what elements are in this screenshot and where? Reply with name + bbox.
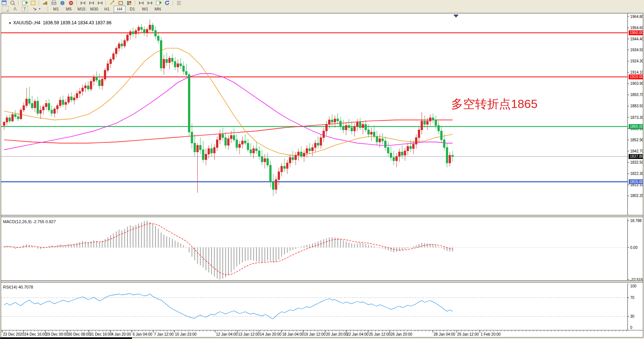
svg-text:1924.30: 1924.30 <box>630 59 643 63</box>
svg-text:0.00: 0.00 <box>630 246 638 250</box>
toolbar-separator <box>106 1 107 5</box>
timeframe-h1[interactable]: H1 <box>101 6 113 12</box>
new-order-icon[interactable] <box>42 0 48 5</box>
profiles-icon[interactable] <box>30 0 36 5</box>
timeframe-h4[interactable]: H4 <box>114 6 126 12</box>
timeframe-m5[interactable]: M5 <box>63 6 75 12</box>
svg-text:1842.70: 1842.70 <box>630 149 643 153</box>
print-icon[interactable] <box>51 0 57 5</box>
timeframe-d1[interactable]: D1 <box>126 6 138 12</box>
svg-text:24 Dec 16:00: 24 Dec 16:00 <box>24 332 47 336</box>
svg-text:70: 70 <box>630 296 635 300</box>
timeframe-m15[interactable]: M15 <box>76 6 87 12</box>
svg-text:1944.40: 1944.40 <box>630 37 643 41</box>
svg-text:6 Jan 04:00: 6 Jan 04:00 <box>133 332 152 336</box>
chart-title-ohlc: ▼XAUUSD-,H4 1836.59 1839.14 1834.43 1837… <box>3 15 111 31</box>
svg-text:1910.00: 1910.00 <box>630 75 643 79</box>
chart-annotation-text: 多空转折点1865 <box>451 97 537 111</box>
svg-text:28 Jan 04:00: 28 Jan 04:00 <box>434 332 455 336</box>
panel-splitter[interactable] <box>1 280 643 283</box>
svg-text:26 Jan 20:00: 26 Jan 20:00 <box>391 332 412 336</box>
chart-window: 1964.801954.601944.401934.501924.301914.… <box>1 13 643 338</box>
svg-text:13 Jan 12:00: 13 Jan 12:00 <box>238 332 260 336</box>
text-label-icon[interactable]: T <box>20 6 29 12</box>
svg-text:1954.60: 1954.60 <box>630 26 643 30</box>
toolbar-separator <box>18 1 19 5</box>
svg-text:1852.90: 1852.90 <box>630 138 643 142</box>
svg-text:25 Jan 12:00: 25 Jan 12:00 <box>369 332 391 336</box>
svg-text:1822.30: 1822.30 <box>630 172 643 176</box>
svg-text:14 Jan 20:00: 14 Jan 20:00 <box>260 332 281 336</box>
macd-indicator-label: MACD(12,26,9) -2.755 0.827 <box>3 219 56 224</box>
svg-text:1 Feb 20:00: 1 Feb 20:00 <box>481 332 501 336</box>
bottom-edge-strip <box>0 338 132 339</box>
timeframe-bar: M1M5M15M30H1H4D1W1MN <box>50 6 164 12</box>
svg-text:1903.90: 1903.90 <box>630 81 643 86</box>
crosshair-icon[interactable] <box>80 0 86 5</box>
svg-text:31 Dec 16:00: 31 Dec 16:00 <box>90 332 112 336</box>
rsi-indicator-label: RSI(14) 40.7078 <box>3 285 33 289</box>
svg-text:29 Jan 12:00: 29 Jan 12:00 <box>457 332 479 336</box>
svg-text:1914.10: 1914.10 <box>630 70 643 74</box>
toolbar-separator <box>39 1 40 5</box>
svg-text:4 Jan 20:00: 4 Jan 20:00 <box>111 332 131 336</box>
grid-settings-icon[interactable]: F <box>1 6 10 12</box>
zoom-icon[interactable] <box>10 0 16 5</box>
refresh-icon[interactable] <box>164 0 170 5</box>
drawing-and-timeframe-toolbar: F A T ▾ M1M5M15M30H1H4D1W1MN <box>0 5 644 13</box>
chart-window-icon[interactable] <box>1 0 7 5</box>
browser-icon[interactable] <box>59 0 65 5</box>
cursor-icon[interactable] <box>89 0 95 5</box>
timeframe-mn[interactable]: MN <box>152 6 164 12</box>
svg-text:1865.00: 1865.00 <box>630 124 643 129</box>
toolbar-separator <box>173 1 173 5</box>
toolbar-drag-handle[interactable] <box>46 6 48 12</box>
svg-text:18 Jan 04:00: 18 Jan 04:00 <box>282 332 304 336</box>
insert-text-icon[interactable]: A <box>10 6 19 12</box>
toolbar-separator <box>135 1 136 5</box>
svg-text:7 Jan 12:00: 7 Jan 12:00 <box>154 332 174 336</box>
svg-text:1883.50: 1883.50 <box>630 104 643 108</box>
svg-text:1964.80: 1964.80 <box>630 15 643 19</box>
svg-text:22 Jan 04:00: 22 Jan 04:00 <box>347 332 369 336</box>
timeframe-w1[interactable]: W1 <box>139 6 151 12</box>
svg-text:10 Jan 23:00: 10 Jan 23:00 <box>175 332 197 336</box>
svg-text:30 Dec 08:00: 30 Dec 08:00 <box>68 332 90 336</box>
draw-pencil-icon[interactable] <box>109 0 115 5</box>
stop-icon[interactable] <box>68 0 74 5</box>
chevron-down-icon: ▾ <box>39 7 40 10</box>
symbol-dropdown-icon[interactable]: ▼ <box>8 21 12 25</box>
hline-tool-icon[interactable] <box>97 0 103 5</box>
arrow-style-icon[interactable]: ▾ <box>30 6 43 12</box>
toolbar-separator <box>77 1 77 5</box>
svg-text:1934.50: 1934.50 <box>630 48 643 52</box>
panel-splitter[interactable] <box>1 215 643 217</box>
svg-text:18.788: 18.788 <box>630 219 642 223</box>
svg-text:1837.86: 1837.86 <box>630 154 643 158</box>
main-chart-canvas[interactable]: 1964.801954.601944.401934.501924.301914.… <box>1 13 643 218</box>
indicators-grid-icon[interactable] <box>126 0 132 5</box>
svg-text:20 Jan 20:00: 20 Jan 20:00 <box>326 332 348 336</box>
svg-text:1802.20: 1802.20 <box>630 194 643 198</box>
timeframe-m30[interactable]: M30 <box>88 6 100 12</box>
macd-panel-canvas[interactable]: 18.7880.00-22.515 <box>1 218 643 284</box>
draw-shape-icon[interactable] <box>118 0 124 5</box>
svg-text:0: 0 <box>630 326 632 330</box>
svg-text:1950.00: 1950.00 <box>630 31 643 35</box>
add-indicator-icon[interactable] <box>155 0 161 5</box>
new-chart-icon[interactable] <box>22 0 28 5</box>
svg-text:1832.50: 1832.50 <box>630 160 643 164</box>
svg-text:1815.00: 1815.00 <box>630 180 643 184</box>
tile-horizontal-icon[interactable] <box>138 0 144 5</box>
svg-text:23 Dec 2020: 23 Dec 2020 <box>3 332 24 336</box>
tile-vertical-icon[interactable] <box>147 0 153 5</box>
svg-text:1873.30: 1873.30 <box>630 115 643 120</box>
svg-text:100: 100 <box>630 284 637 288</box>
rsi-panel-canvas[interactable]: 10070300 <box>1 284 643 332</box>
svg-text:30: 30 <box>630 314 635 318</box>
timeframe-m1[interactable]: M1 <box>50 6 62 12</box>
grid-icon[interactable] <box>176 0 182 5</box>
diagonal-arrows-icon <box>32 6 38 12</box>
svg-text:12 Jan 04:00: 12 Jan 04:00 <box>216 332 238 336</box>
main-toolbar <box>0 0 644 5</box>
